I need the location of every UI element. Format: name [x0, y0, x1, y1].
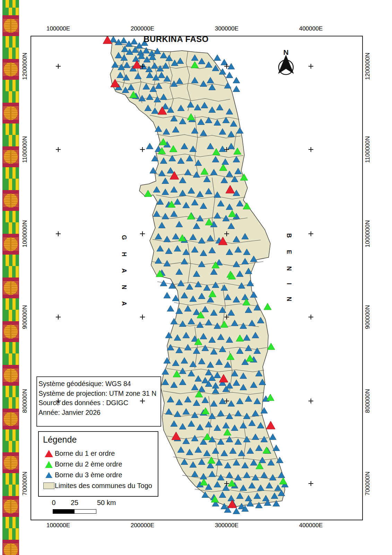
borne-3eme-ordre-marker	[150, 168, 157, 173]
legend-item-borne-2eme-ordre: Borne du 2 ème ordre	[43, 459, 154, 470]
borne-3eme-ordre-marker	[233, 77, 240, 83]
borne-3eme-ordre-marker	[269, 434, 276, 440]
borne-2eme-ordre-marker	[267, 343, 275, 350]
borne-3eme-ordre-marker	[131, 39, 138, 44]
northing-label-right: 1000000N	[364, 220, 371, 247]
northing-label-right: 700000N	[364, 471, 371, 495]
communes-polygon-icon	[43, 483, 55, 489]
legend-label: Borne du 3 ème ordre	[55, 471, 122, 479]
kente-block	[2, 473, 19, 496]
easting-label-bottom: 400000E	[299, 522, 323, 529]
scale-zero-label: 0	[52, 499, 55, 507]
borne-3eme-ordre-marker	[110, 36, 117, 42]
info-projection-system: Système de projection: UTM zone 31 N	[38, 389, 159, 399]
borne-3eme-ordre-marker	[214, 55, 221, 61]
kente-block	[2, 36, 19, 59]
borne-2eme-ordre-marker	[267, 394, 274, 401]
scale-bar-labels: 0 25 50 km	[49, 499, 125, 507]
info-year: Année: Janvier 2026	[38, 408, 159, 418]
kente-emblem-block	[2, 234, 19, 255]
kente-emblem-block	[2, 146, 19, 167]
kente-block	[2, 80, 19, 103]
easting-label-top: 400000E	[299, 25, 323, 32]
legend-box: Légende Borne du 1 er ordre Borne du 2 è…	[38, 431, 158, 497]
kente-emblem-block	[2, 278, 19, 298]
kente-block	[2, 298, 19, 321]
legend-item-borne-3eme-ordre: Borne du 3 ème ordre	[43, 470, 154, 480]
legend-title: Légende	[43, 435, 154, 445]
northing-label-left: 800000N	[21, 389, 28, 413]
kente-block	[2, 123, 19, 146]
kente-block	[2, 386, 19, 409]
easting-label-top: 300000E	[215, 25, 238, 32]
kente-emblem-block	[2, 496, 19, 517]
kente-emblem-block	[2, 103, 19, 123]
kente-block	[2, 0, 19, 15]
easting-label-top: 200000E	[131, 25, 154, 32]
borne-1er-ordre-marker	[266, 421, 275, 429]
ghana-label: G H A N A	[120, 235, 128, 311]
northing-label-left: 900000N	[21, 305, 28, 329]
map-page: { "map": { "burkina_label": "BURKINA FAS…	[0, 0, 392, 555]
info-data-source: Source des données : DGIGC	[38, 398, 159, 408]
north-arrow-pointer	[278, 55, 294, 74]
kente-block	[2, 167, 19, 190]
northing-label-left: 700000N	[21, 471, 28, 495]
borne-3eme-ordre-marker	[120, 37, 127, 43]
scale-25-label: 25	[71, 499, 78, 507]
easting-label-top: 100000E	[46, 25, 70, 32]
map-info-box: Système géodésique: WGS 84 Système de pr…	[36, 376, 161, 427]
kente-emblem-block	[2, 409, 19, 429]
borne-3eme-ordre-marker	[273, 445, 280, 451]
green-triangle-icon	[43, 461, 55, 468]
borne-3eme-ordre-marker	[233, 86, 240, 92]
kente-block	[2, 429, 19, 452]
northing-label-left: 1200000N	[21, 53, 28, 80]
borne-1er-ordre-marker	[103, 36, 112, 44]
legend-label: Borne du 1 er ordre	[55, 450, 115, 458]
borne-3eme-ordre-marker	[226, 72, 233, 78]
north-arrow-icon: N	[276, 46, 296, 84]
kente-emblem-block	[2, 59, 19, 80]
legend-label: Borne du 2 ème ordre	[55, 460, 122, 468]
legend-label: Limites des communes du Togo	[55, 482, 152, 490]
northing-label-left: 1100000N	[21, 136, 28, 163]
borne-3eme-ordre-marker	[228, 63, 235, 69]
easting-label-bottom: 200000E	[131, 522, 154, 529]
kente-emblem-block	[2, 365, 19, 386]
kente-block	[2, 211, 19, 234]
borne-3eme-ordre-marker	[221, 59, 228, 65]
scale-50km-label: 50 km	[97, 499, 116, 507]
kente-block	[2, 342, 19, 365]
borne-3eme-ordre-marker	[167, 306, 174, 311]
northing-label-right: 800000N	[364, 389, 371, 413]
kente-block	[2, 517, 19, 540]
kente-emblem-block	[2, 190, 19, 211]
legend-item-borne-1er-ordre: Borne du 1 er ordre	[43, 448, 154, 459]
benin-label: B E N I N	[285, 233, 293, 306]
kente-emblem-block	[2, 15, 19, 36]
northing-label-right: 900000N	[364, 305, 371, 329]
kente-block	[2, 255, 19, 278]
info-geodetic-system: Système géodésique: WGS 84	[38, 379, 159, 389]
kente-emblem-block	[2, 452, 19, 473]
northing-label-left: 1000000N	[21, 220, 28, 247]
burkina-faso-label: BURKINA FASO	[143, 34, 209, 44]
borne-3eme-ordre-marker	[146, 143, 153, 149]
legend-item-limites-communes: Limites des communes du Togo	[43, 480, 154, 491]
scale-bar: 0 25 50 km	[49, 499, 125, 517]
easting-label-bottom: 100000E	[46, 522, 70, 529]
borne-2eme-ordre-marker	[264, 303, 271, 310]
blue-triangle-icon	[43, 472, 55, 478]
northing-label-right: 1100000N	[364, 136, 371, 163]
borne-3eme-ordre-marker	[164, 292, 171, 298]
scale-bar-graphic	[53, 509, 96, 514]
easting-label-bottom: 300000E	[215, 522, 238, 529]
red-triangle-icon	[43, 450, 55, 457]
northing-label-right: 1200000N	[364, 53, 371, 80]
kente-emblem-block	[2, 540, 19, 555]
kente-emblem-block	[2, 321, 19, 342]
kente-border-strip	[2, 0, 19, 555]
